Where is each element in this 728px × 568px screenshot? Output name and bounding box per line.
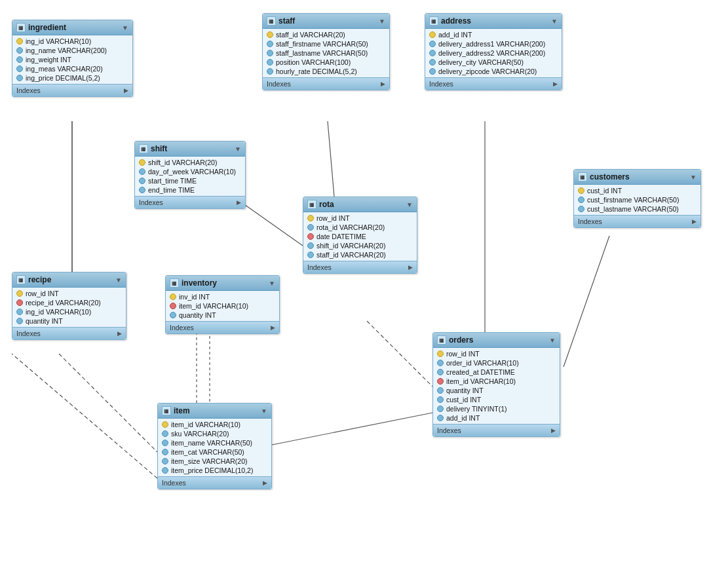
svg-line-11	[12, 354, 157, 478]
field-row: ing_id VARCHAR(10)	[12, 37, 132, 46]
recipe-fields: row_id INT recipe_id VARCHAR(20) ing_id …	[12, 288, 126, 327]
item-title: item	[174, 406, 190, 415]
svg-line-1	[59, 354, 157, 452]
table-inventory[interactable]: ▦ inventory ▼ inv_id INT item_id VARCHAR…	[165, 275, 280, 334]
orders-title: orders	[449, 335, 473, 345]
field-row: quantity INT	[12, 316, 126, 326]
staff-fields: staff_id VARCHAR(20) staff_firstname VAR…	[263, 29, 389, 77]
field-row: staff_lastname VARCHAR(50)	[263, 48, 389, 58]
field-row: created_at DATETIME	[433, 368, 560, 377]
field-row: cust_id INT	[574, 186, 700, 195]
table-inventory-header: ▦ inventory ▼	[166, 276, 279, 291]
table-customers[interactable]: ▦ customers ▼ cust_id INT cust_firstname…	[573, 169, 701, 228]
canvas: ▦ ingredient ▼ ing_id VARCHAR(10) ing_na…	[0, 0, 728, 568]
field-row: ing_meas VARCHAR(20)	[12, 64, 132, 73]
field-row: rota_id VARCHAR(20)	[303, 223, 417, 232]
field-row: cust_lastname VARCHAR(50)	[574, 204, 700, 214]
regular-icon	[16, 75, 23, 81]
field-row: shift_id VARCHAR(20)	[135, 158, 245, 167]
field-row: shift_id VARCHAR(20)	[303, 241, 417, 250]
staff-icon: ▦	[267, 16, 276, 26]
table-orders-header: ▦ orders ▼	[433, 333, 560, 348]
svg-line-6	[269, 413, 432, 445]
shift-fields: shift_id VARCHAR(20) day_of_week VARCHAR…	[135, 157, 245, 196]
orders-fields: row_id INT order_id VARCHAR(10) created_…	[433, 348, 560, 424]
field-row: delivery_address2 VARCHAR(200)	[425, 48, 562, 58]
shift-indexes[interactable]: Indexes ▶	[135, 196, 245, 208]
inventory-title: inventory	[182, 278, 217, 288]
field-row: row_id INT	[303, 214, 417, 223]
address-indexes[interactable]: Indexes ▶	[425, 77, 562, 90]
field-row: order_id VARCHAR(10)	[433, 358, 560, 368]
customers-indexes[interactable]: Indexes ▶	[574, 215, 700, 227]
table-address-header: ▦ address ▼	[425, 14, 562, 29]
rota-title: rota	[319, 200, 334, 209]
inventory-icon: ▦	[170, 278, 179, 288]
shift-title: shift	[151, 144, 167, 153]
field-row: ing_price DECIMAL(5,2)	[12, 73, 132, 83]
ingredient-arrow: ▼	[122, 24, 128, 31]
field-row: ing_name VARCHAR(200)	[12, 46, 132, 55]
field-row: add_id INT	[425, 30, 562, 39]
field-row: start_time TIME	[135, 176, 245, 185]
field-row: add_id INT	[433, 413, 560, 423]
table-recipe[interactable]: ▦ recipe ▼ row_id INT recipe_id VARCHAR(…	[12, 272, 126, 340]
ingredient-indexes[interactable]: Indexes ▶	[12, 84, 132, 96]
orders-indexes[interactable]: Indexes ▶	[433, 424, 560, 436]
inventory-fields: inv_id INT item_id VARCHAR(10) quantity …	[166, 291, 279, 321]
svg-line-2	[242, 203, 303, 246]
regular-icon	[16, 66, 23, 72]
field-row: ing_weight INT	[12, 55, 132, 64]
rota-icon: ▦	[307, 200, 316, 209]
table-ingredient[interactable]: ▦ ingredient ▼ ing_id VARCHAR(10) ing_na…	[12, 20, 133, 97]
field-row: row_id INT	[12, 289, 126, 298]
recipe-indexes[interactable]: Indexes ▶	[12, 327, 126, 339]
field-row: ing_id VARCHAR(10)	[12, 307, 126, 316]
field-row: staff_firstname VARCHAR(50)	[263, 39, 389, 48]
table-customers-header: ▦ customers ▼	[574, 170, 700, 185]
address-title: address	[441, 16, 471, 26]
field-row: item_cat VARCHAR(50)	[158, 447, 271, 457]
ingredient-icon: ▦	[16, 23, 26, 32]
customers-fields: cust_id INT cust_firstname VARCHAR(50) c…	[574, 185, 700, 215]
table-address[interactable]: ▦ address ▼ add_id INT delivery_address1…	[425, 13, 562, 90]
rota-indexes[interactable]: Indexes ▶	[303, 261, 417, 273]
regular-icon	[16, 56, 23, 63]
table-item-header: ▦ item ▼	[158, 404, 271, 419]
table-rota-header: ▦ rota ▼	[303, 197, 417, 212]
field-row: quantity INT	[166, 311, 279, 320]
regular-icon	[16, 47, 23, 54]
field-row: inv_id INT	[166, 292, 279, 301]
field-row: item_name VARCHAR(50)	[158, 438, 271, 447]
field-row: delivery_address1 VARCHAR(200)	[425, 39, 562, 48]
orders-icon: ▦	[437, 335, 446, 345]
field-row: quantity INT	[433, 386, 560, 395]
shift-icon: ▦	[139, 144, 148, 153]
field-row: delivery_city VARCHAR(50)	[425, 58, 562, 67]
table-shift[interactable]: ▦ shift ▼ shift_id VARCHAR(20) day_of_we…	[134, 141, 246, 209]
table-ingredient-header: ▦ ingredient ▼	[12, 20, 132, 35]
field-row: item_id VARCHAR(10)	[166, 301, 279, 311]
recipe-title: recipe	[28, 275, 51, 284]
field-row: item_size VARCHAR(20)	[158, 457, 271, 466]
table-shift-header: ▦ shift ▼	[135, 142, 245, 157]
staff-indexes[interactable]: Indexes ▶	[263, 77, 389, 90]
item-indexes[interactable]: Indexes ▶	[158, 476, 271, 489]
table-staff[interactable]: ▦ staff ▼ staff_id VARCHAR(20) staff_fir…	[262, 13, 390, 90]
field-row: item_id VARCHAR(10)	[158, 420, 271, 429]
svg-line-4	[367, 321, 432, 387]
field-row: hourly_rate DECIMAL(5,2)	[263, 67, 389, 76]
customers-icon: ▦	[578, 172, 587, 181]
svg-line-8	[564, 236, 609, 367]
inventory-indexes[interactable]: Indexes ▶	[166, 321, 279, 333]
table-item[interactable]: ▦ item ▼ item_id VARCHAR(10) sku VARCHAR…	[157, 403, 272, 489]
field-row: staff_id VARCHAR(20)	[263, 30, 389, 39]
table-recipe-header: ▦ recipe ▼	[12, 273, 126, 288]
ingredient-title: ingredient	[28, 23, 66, 32]
recipe-icon: ▦	[16, 275, 26, 284]
field-row: item_id VARCHAR(10)	[433, 377, 560, 386]
table-orders[interactable]: ▦ orders ▼ row_id INT order_id VARCHAR(1…	[432, 332, 560, 437]
table-staff-header: ▦ staff ▼	[263, 14, 389, 29]
field-row: day_of_week VARCHAR(10)	[135, 167, 245, 176]
table-rota[interactable]: ▦ rota ▼ row_id INT rota_id VARCHAR(20) …	[303, 197, 417, 274]
